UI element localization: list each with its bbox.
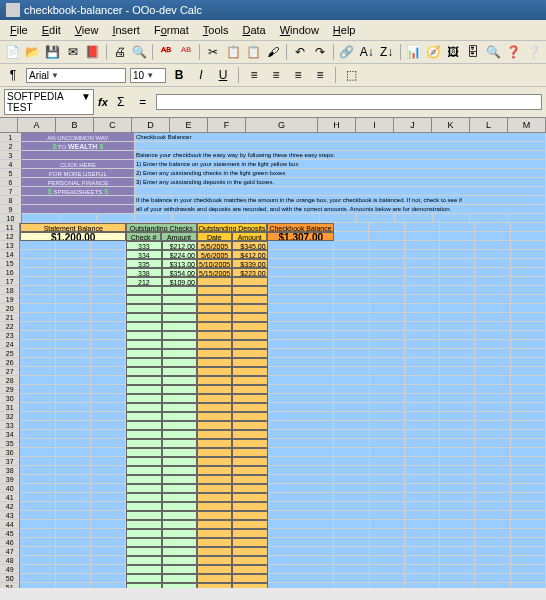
cell[interactable] [334, 574, 369, 583]
cell[interactable] [370, 466, 405, 475]
col-header[interactable]: H [318, 118, 356, 132]
row-header[interactable]: 50 [0, 574, 20, 583]
cell[interactable] [135, 214, 173, 223]
cell[interactable] [405, 313, 440, 322]
cell[interactable] [405, 529, 440, 538]
cell[interactable] [370, 430, 405, 439]
cell[interactable] [511, 250, 546, 259]
cell[interactable] [20, 322, 55, 331]
row-header[interactable]: 4 [0, 160, 22, 169]
cell[interactable] [370, 331, 405, 340]
cell[interactable]: $345.00 [232, 241, 267, 250]
cell[interactable] [405, 547, 440, 556]
row-header[interactable]: 45 [0, 529, 20, 538]
cell[interactable] [162, 376, 197, 385]
bold-icon[interactable]: B [170, 66, 188, 84]
row-header[interactable]: 15 [0, 259, 20, 268]
cell[interactable] [56, 511, 91, 520]
cell[interactable] [197, 286, 232, 295]
cell[interactable] [475, 259, 510, 268]
cell[interactable] [56, 241, 91, 250]
cell[interactable] [334, 538, 369, 547]
cell[interactable] [511, 394, 546, 403]
cell[interactable] [20, 241, 55, 250]
cell[interactable] [370, 484, 405, 493]
cell[interactable] [508, 214, 546, 223]
cell[interactable] [232, 385, 267, 394]
whatsthis-icon[interactable]: ❔ [524, 43, 542, 61]
cell[interactable] [91, 349, 126, 358]
cell[interactable] [232, 493, 267, 502]
cell[interactable] [197, 367, 232, 376]
cut-icon[interactable]: ✂ [204, 43, 222, 61]
equals-icon[interactable]: = [134, 93, 152, 111]
cell[interactable] [440, 475, 475, 484]
cell[interactable] [334, 556, 369, 565]
cell[interactable] [511, 574, 546, 583]
col-header[interactable]: I [356, 118, 394, 132]
menu-format[interactable]: Format [148, 22, 195, 38]
cell[interactable] [20, 331, 55, 340]
cell[interactable] [197, 466, 232, 475]
cell[interactable] [268, 547, 335, 556]
cell[interactable] [197, 430, 232, 439]
cell[interactable] [232, 358, 267, 367]
cell[interactable] [334, 367, 369, 376]
cell[interactable] [232, 457, 267, 466]
cell[interactable]: 338 [126, 268, 161, 277]
menu-edit[interactable]: Edit [36, 22, 67, 38]
cell[interactable] [511, 565, 546, 574]
cell[interactable] [370, 385, 405, 394]
select-all-corner[interactable] [0, 118, 18, 132]
cell[interactable] [405, 322, 440, 331]
cell[interactable] [126, 574, 161, 583]
cell[interactable] [405, 304, 440, 313]
cell[interactable] [405, 403, 440, 412]
banner-cell[interactable] [22, 151, 135, 160]
cell[interactable] [20, 583, 55, 588]
cell[interactable] [20, 448, 55, 457]
cell[interactable] [232, 304, 267, 313]
cell[interactable] [126, 484, 161, 493]
cell[interactable] [20, 529, 55, 538]
row-header[interactable]: 42 [0, 502, 20, 511]
cell[interactable] [232, 529, 267, 538]
cell[interactable] [162, 583, 197, 588]
cell[interactable] [56, 268, 91, 277]
cell[interactable] [440, 421, 475, 430]
cell[interactable] [334, 565, 369, 574]
cell[interactable] [334, 502, 369, 511]
cell[interactable] [440, 574, 475, 583]
cell[interactable] [91, 313, 126, 322]
cell[interactable] [232, 322, 267, 331]
cell[interactable] [334, 331, 369, 340]
cell[interactable] [20, 403, 55, 412]
col-header[interactable]: A [18, 118, 56, 132]
cell[interactable] [91, 511, 126, 520]
cell[interactable] [370, 538, 405, 547]
row-header[interactable]: 47 [0, 547, 20, 556]
cell[interactable] [268, 349, 335, 358]
cell[interactable] [334, 547, 369, 556]
cell[interactable] [232, 574, 267, 583]
row-header[interactable]: 31 [0, 403, 20, 412]
cell[interactable] [268, 367, 335, 376]
cell[interactable]: Date [197, 232, 232, 241]
row-header[interactable]: 23 [0, 331, 20, 340]
cell[interactable] [232, 277, 267, 286]
cell[interactable] [475, 304, 510, 313]
cell[interactable] [197, 376, 232, 385]
menu-help[interactable]: Help [327, 22, 362, 38]
cell[interactable] [126, 286, 161, 295]
cell[interactable] [405, 493, 440, 502]
cell[interactable] [370, 322, 405, 331]
cell[interactable] [405, 376, 440, 385]
cell[interactable] [475, 511, 510, 520]
cell[interactable] [334, 358, 369, 367]
cell[interactable] [440, 331, 475, 340]
cell[interactable] [268, 250, 335, 259]
cell[interactable] [334, 430, 369, 439]
cell[interactable] [405, 421, 440, 430]
cell[interactable] [56, 421, 91, 430]
cell[interactable] [268, 556, 335, 565]
